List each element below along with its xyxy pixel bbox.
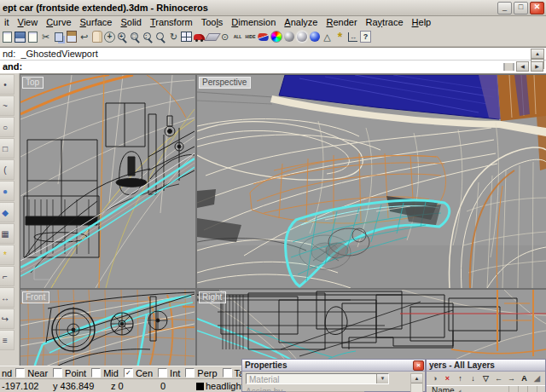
- control-curve-icon[interactable]: ~: [0, 95, 15, 116]
- minimize-button[interactable]: _: [497, 2, 512, 14]
- osnap-end-partial[interactable]: nd: [0, 368, 15, 378]
- new-layer-icon[interactable]: ◑: [428, 373, 441, 384]
- help-icon[interactable]: ?: [359, 29, 372, 44]
- viewport-perspective[interactable]: Perspective: [196, 74, 546, 289]
- osnap-point[interactable]: Point: [53, 368, 86, 378]
- move-view-icon[interactable]: +: [103, 29, 116, 44]
- wave-icon[interactable]: [257, 29, 270, 44]
- splitter-handle[interactable]: [503, 63, 514, 71]
- maximize-button[interactable]: □: [514, 2, 528, 14]
- explode-icon[interactable]: *: [0, 245, 15, 265]
- viewport-right[interactable]: Right: [196, 289, 546, 367]
- visibility-icon[interactable]: ⊙: [218, 29, 231, 44]
- zoom-window-icon[interactable]: □: [129, 29, 142, 44]
- move-down-icon[interactable]: ↓: [467, 373, 479, 384]
- move-up-icon[interactable]: ↑: [454, 373, 467, 384]
- render-flash-icon[interactable]: [295, 29, 308, 44]
- show-all-icon[interactable]: ALL: [231, 29, 244, 44]
- cone-icon[interactable]: △: [321, 29, 334, 44]
- scroll-up-icon[interactable]: ▲: [411, 374, 422, 383]
- menu-render[interactable]: Render: [322, 17, 361, 27]
- viewport-right-canvas[interactable]: [197, 290, 546, 361]
- color-wheel-icon[interactable]: [270, 29, 282, 44]
- section-icon[interactable]: ≡: [0, 330, 15, 350]
- surface-edit-icon[interactable]: ▦: [0, 223, 15, 244]
- save-icon[interactable]: [14, 29, 26, 44]
- zoom-selected-icon[interactable]: :: [142, 29, 154, 44]
- scroll-left-icon[interactable]: ◀: [516, 61, 529, 72]
- osnap-perp[interactable]: Perp: [185, 368, 217, 378]
- circle-icon[interactable]: ○: [0, 117, 15, 137]
- close-button[interactable]: ✕: [530, 2, 544, 14]
- scroll-up-icon[interactable]: ▲: [531, 49, 544, 59]
- cut-icon[interactable]: ✂: [39, 29, 52, 44]
- menu-analyze[interactable]: Analyze: [280, 17, 322, 27]
- rotate-view-icon[interactable]: ↻: [167, 29, 180, 44]
- transform-icon[interactable]: ↔: [0, 287, 15, 308]
- viewport-perspective-label[interactable]: Perspective: [199, 77, 251, 89]
- extrude-icon[interactable]: ⌐: [0, 266, 15, 286]
- expand-icon[interactable]: →: [505, 373, 518, 384]
- viewport-top-canvas[interactable]: x: [20, 75, 195, 288]
- arc-icon[interactable]: (: [0, 159, 15, 180]
- collapse-icon[interactable]: ←: [492, 373, 505, 384]
- viewport-perspective-canvas[interactable]: [197, 75, 546, 288]
- solid-icon[interactable]: ◆: [0, 202, 15, 222]
- sort-corner-icon[interactable]: ◢: [531, 373, 543, 384]
- curve-edit-icon[interactable]: ↪: [0, 308, 15, 329]
- paste-icon[interactable]: [65, 29, 78, 44]
- current-layer-pane[interactable]: headlight: [196, 381, 244, 391]
- menu-help[interactable]: Help: [408, 17, 436, 27]
- cplane-icon[interactable]: [206, 29, 218, 44]
- menu-dimension[interactable]: Dimension: [227, 17, 280, 27]
- properties-panel: Properties × Material ▼ Assign by ▲: [241, 359, 426, 392]
- osnap-int[interactable]: Int: [158, 368, 180, 378]
- viewport-front-label[interactable]: Front: [22, 291, 49, 303]
- dimension-icon[interactable]: ↔: [346, 29, 359, 44]
- rectangle-icon[interactable]: □: [0, 138, 15, 159]
- command-prompt[interactable]: and:: [0, 61, 546, 72]
- dropdown-arrow-icon[interactable]: ▼: [376, 374, 388, 383]
- command-area[interactable]: nd: _GhostedViewport and: ▲ ▼ ◀ ▶: [0, 47, 546, 74]
- properties-close-icon[interactable]: ×: [413, 360, 424, 371]
- zoom-extents-icon[interactable]: [154, 29, 167, 44]
- hide-icon[interactable]: HIDE: [244, 29, 257, 44]
- export-doc-icon[interactable]: [26, 29, 39, 44]
- viewport-front[interactable]: Front: [20, 289, 196, 367]
- options-gears-icon[interactable]: *: [334, 29, 346, 44]
- copy-icon[interactable]: [52, 29, 65, 44]
- layers-title-bar[interactable]: yers - All Layers: [427, 360, 545, 372]
- undo-icon[interactable]: ↩: [78, 29, 90, 44]
- menu-raytrace[interactable]: Raytrace: [362, 17, 408, 27]
- viewport-right-label[interactable]: Right: [199, 291, 226, 303]
- text-style-icon[interactable]: A: [518, 373, 531, 384]
- osnap-cen[interactable]: ✓Cen: [124, 368, 153, 378]
- surface-icon[interactable]: ●: [0, 181, 15, 201]
- material-dropdown[interactable]: Material ▼: [246, 373, 389, 384]
- menu-it[interactable]: it: [0, 17, 14, 27]
- viewport-layout-icon[interactable]: [180, 29, 193, 44]
- menu-surface[interactable]: Surface: [76, 17, 117, 27]
- osnap-near[interactable]: Near: [15, 368, 48, 378]
- filter-icon[interactable]: ▽: [479, 373, 492, 384]
- properties-title-bar[interactable]: Properties ×: [242, 360, 425, 372]
- open-file-icon[interactable]: [1, 29, 14, 44]
- zoom-dynamic-icon[interactable]: +: [116, 29, 129, 44]
- properties-scrollbar[interactable]: ▲: [410, 373, 423, 392]
- menu-tools[interactable]: Tools: [197, 17, 228, 27]
- osnap-mid[interactable]: Mid: [91, 368, 119, 378]
- menu-curve[interactable]: Curve: [42, 17, 75, 27]
- render-sphere-icon[interactable]: [282, 29, 295, 44]
- menu-view[interactable]: View: [14, 17, 43, 27]
- axis-x-label: x: [51, 277, 55, 285]
- delete-layer-icon[interactable]: ×: [441, 373, 454, 384]
- pan-hand-icon[interactable]: [90, 29, 103, 44]
- menu-solid[interactable]: Solid: [116, 17, 145, 27]
- car-model-icon[interactable]: [193, 29, 206, 44]
- scroll-right-icon[interactable]: ▶: [531, 61, 543, 72]
- viewport-top-label[interactable]: Top: [22, 77, 44, 89]
- viewport-top[interactable]: Top: [20, 74, 196, 289]
- render-blue-icon[interactable]: [308, 29, 321, 44]
- point-icon[interactable]: •: [0, 74, 15, 95]
- menu-transform[interactable]: Transform: [146, 17, 197, 27]
